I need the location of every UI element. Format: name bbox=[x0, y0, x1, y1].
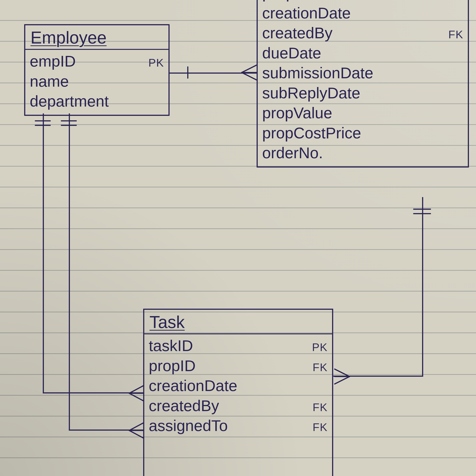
attr-key: PK bbox=[148, 56, 164, 70]
attr-name: creationDate bbox=[262, 3, 351, 23]
attr-name: submissionDate bbox=[262, 63, 373, 83]
entity-proposal-attrs: propID PK creationDate createdBy FK dueD… bbox=[258, 0, 468, 166]
entity-task-title: Task bbox=[144, 310, 332, 334]
attr-name: creationDate bbox=[149, 376, 237, 396]
attr-row: propID PK bbox=[262, 0, 463, 3]
cardinality-zero-or-many-icon bbox=[333, 366, 361, 387]
attr-name: subReplyDate bbox=[262, 83, 360, 103]
svg-line-18 bbox=[335, 369, 350, 376]
attr-key: PK bbox=[448, 0, 463, 2]
attr-name: propValue bbox=[262, 103, 332, 123]
attr-name: propID bbox=[262, 0, 311, 3]
entity-employee: Employee empID PK name department bbox=[24, 24, 170, 116]
attr-row: creationDate bbox=[262, 3, 463, 23]
svg-line-3 bbox=[242, 72, 256, 80]
attr-key: PK bbox=[312, 340, 328, 355]
connector-employee-task-v1 bbox=[43, 113, 44, 392]
cardinality-mark-one-icon bbox=[186, 67, 193, 78]
svg-point-21 bbox=[350, 373, 358, 381]
attr-row: createdBy FK bbox=[262, 23, 463, 43]
attr-row: creationDate bbox=[149, 376, 328, 396]
attr-row: assignedTo FK bbox=[149, 416, 328, 436]
attr-name: dueDate bbox=[262, 43, 321, 63]
svg-line-15 bbox=[129, 430, 143, 438]
svg-point-8 bbox=[120, 389, 129, 397]
cardinality-mark-one-and-only-one-icon bbox=[61, 119, 78, 128]
cardinality-zero-or-many-icon bbox=[119, 383, 145, 404]
attr-name: createdBy bbox=[262, 23, 332, 43]
entity-proposal: propID PK creationDate createdBy FK dueD… bbox=[256, 0, 469, 168]
cardinality-crowsfoot-icon bbox=[242, 63, 258, 82]
attr-row: submissionDate bbox=[262, 63, 463, 83]
attr-name: department bbox=[30, 91, 109, 111]
attr-key: FK bbox=[313, 400, 328, 415]
attr-row: department bbox=[30, 91, 164, 111]
attr-row: propID FK bbox=[149, 356, 328, 376]
attr-row: propCostPrice bbox=[262, 123, 463, 143]
attr-name: createdBy bbox=[149, 396, 219, 416]
svg-line-9 bbox=[129, 386, 143, 393]
connector-employee-task-v2 bbox=[69, 113, 70, 429]
entity-task: Task taskID PK propID FK creationDate cr… bbox=[143, 309, 333, 476]
attr-row: name bbox=[30, 71, 164, 91]
attr-name: orderNo. bbox=[262, 143, 323, 163]
entity-employee-attrs: empID PK name department bbox=[25, 50, 169, 115]
svg-line-11 bbox=[129, 393, 143, 401]
attr-row: createdBy FK bbox=[149, 396, 328, 416]
attr-row: orderNo. bbox=[262, 143, 463, 163]
attr-name: taskID bbox=[149, 336, 193, 356]
attr-key: FK bbox=[448, 28, 463, 42]
attr-name: empID bbox=[30, 51, 76, 71]
svg-line-1 bbox=[242, 65, 256, 72]
attr-name: propID bbox=[149, 356, 196, 376]
attr-row: propValue bbox=[262, 103, 463, 123]
svg-line-20 bbox=[335, 376, 350, 384]
cardinality-zero-or-many-icon bbox=[119, 420, 145, 441]
attr-name: assignedTo bbox=[149, 416, 228, 436]
attr-row: dueDate bbox=[262, 43, 463, 63]
attr-row: empID PK bbox=[30, 51, 164, 71]
entity-employee-title: Employee bbox=[25, 25, 169, 50]
attr-name: name bbox=[30, 71, 69, 91]
attr-row: taskID PK bbox=[149, 336, 328, 356]
attr-key: FK bbox=[313, 360, 328, 375]
svg-line-13 bbox=[129, 423, 143, 430]
svg-point-12 bbox=[120, 426, 129, 435]
attr-row: subReplyDate bbox=[262, 83, 463, 103]
entity-task-attrs: taskID PK propID FK creationDate created… bbox=[144, 334, 332, 439]
connector-proposal-task-v bbox=[422, 197, 423, 375]
attr-key: FK bbox=[313, 420, 328, 435]
attr-name: propCostPrice bbox=[262, 123, 361, 143]
cardinality-mark-one-and-only-one-icon bbox=[414, 207, 432, 217]
cardinality-mark-one-and-only-one-icon bbox=[35, 119, 52, 128]
